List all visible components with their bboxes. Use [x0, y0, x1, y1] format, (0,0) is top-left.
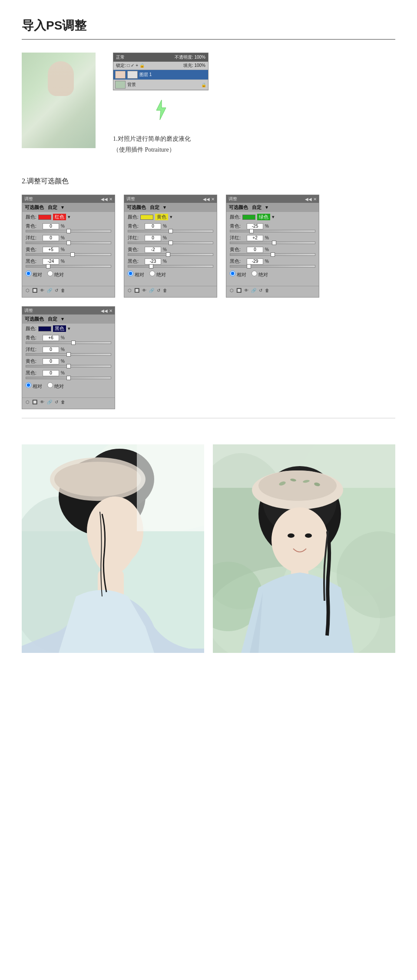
sc-red-cyan-track[interactable] — [26, 230, 111, 232]
layer1-thumb — [115, 71, 126, 79]
sc-panel-black-topbar: 调整 ◀◀ ✕ — [22, 307, 115, 315]
ps-fill-label: 填充: 100% — [183, 63, 205, 69]
svg-point-21 — [258, 470, 337, 501]
sc-panel-yellow-subtitle: 可选颜色 自定 ▾ — [124, 203, 217, 212]
sc-red-cyan-row: 青色: % — [22, 222, 115, 229]
sc-red-magenta-track[interactable] — [26, 242, 111, 244]
sc-panel-green: 调整 ◀◀ ✕ 可选颜色 自定 ▾ 颜色: 绿色 ▾ 青色: % 洋红: — [226, 195, 319, 298]
photo-after — [213, 444, 395, 653]
layer1-mask — [127, 71, 138, 79]
ps-layers-panel: 正常 不透明度: 100% 锁定: □ ✓ + 🔒 填充: 100% 图层 1 … — [113, 53, 208, 90]
sc-red-cyan-input[interactable] — [43, 223, 59, 229]
lightning-icon — [113, 99, 208, 122]
sc-yellow-magenta-input[interactable] — [145, 235, 161, 241]
sc-black-magenta-input[interactable] — [43, 347, 59, 353]
sc-panel-red-topbar: 调整 ◀◀ ✕ — [22, 195, 115, 203]
sc-panel-yellow-color-row: 颜色: 黄色 ▾ — [124, 212, 217, 222]
ps-opacity: 不透明度: 100% — [175, 54, 205, 60]
sc-panel-red-icons: ◀◀ ✕ — [101, 197, 113, 202]
sc-red-radio-row: 相对 绝对 — [22, 269, 115, 280]
step1-description: 1.对照片进行简单的磨皮液化 （使用插件 Potraiture） — [113, 133, 208, 155]
sc-yellow-cyan-input[interactable] — [145, 223, 161, 229]
sc-yellow-black-input[interactable] — [145, 258, 161, 265]
title-divider — [22, 39, 395, 40]
page-title: 导入PS调整 — [22, 17, 395, 34]
sc-red-cyan-thumb[interactable] — [66, 229, 71, 233]
sc-panel-green-topbar: 调整 ◀◀ ✕ — [226, 195, 319, 203]
bottom-photos — [22, 444, 395, 653]
svg-point-27 — [288, 533, 295, 538]
ps-lock-label: 锁定: □ ✓ + 🔒 — [116, 63, 145, 69]
sc-red-magenta-row: 洋红: % — [22, 234, 115, 241]
sc-red-absolute-radio[interactable] — [47, 271, 53, 276]
sc-panel-green-swatch — [242, 215, 255, 220]
sc-panel-black-subtitle: 可选颜色 自定 ▾ — [22, 315, 115, 324]
section1: 正常 不透明度: 100% 锁定: □ ✓ + 🔒 填充: 100% 图层 1 … — [22, 53, 395, 155]
sc-red-yellow-track[interactable] — [26, 253, 111, 256]
photo-after-svg — [213, 444, 395, 653]
sc-panel-red: 调整 ◀◀ ✕ 可选颜色 自定 ▾ 颜色: 红色 ▾ 青色: % — [22, 195, 115, 298]
sc-red-yellow-input[interactable] — [43, 247, 59, 253]
sc-red-black-thumb[interactable] — [46, 264, 50, 268]
layer2-lock: 🔒 — [201, 83, 206, 87]
sc-black-cyan-input[interactable] — [43, 335, 59, 341]
sc-red-yellow-thumb[interactable] — [70, 252, 75, 257]
sc-red-black-input[interactable] — [43, 258, 59, 265]
sc-green-cyan-input[interactable] — [247, 223, 263, 229]
sc-red-black-track[interactable] — [26, 265, 111, 268]
ps-layer1-row[interactable]: 图层 1 — [113, 70, 208, 80]
ps-lock-row: 锁定: □ ✓ + 🔒 填充: 100% — [113, 62, 208, 70]
photo-before — [22, 444, 204, 653]
sc-red-yellow-row: 黄色: % — [22, 245, 115, 253]
panels-row-bottom: 调整 ◀◀ ✕ 可选颜色 自定 ▾ 颜色: 黑色 ▾ 青色: % 洋红: — [22, 306, 395, 409]
sc-green-magenta-input[interactable] — [247, 235, 263, 241]
sc-panel-red-title: 调整 — [24, 196, 33, 202]
sc-panel-red-color-row: 颜色: 红色 ▾ — [22, 212, 115, 222]
sc-panel-yellow-topbar: 调整 ◀◀ ✕ — [124, 195, 217, 203]
sc-panel-black: 调整 ◀◀ ✕ 可选颜色 自定 ▾ 颜色: 黑色 ▾ 青色: % 洋红: — [22, 306, 115, 409]
svg-point-28 — [305, 533, 312, 538]
sc-black-black-input[interactable] — [43, 370, 59, 376]
step1-line1: 1.对照片进行简单的磨皮液化 — [113, 133, 208, 144]
step1-line2: （使用插件 Potraiture） — [113, 144, 208, 155]
sc-panel-green-color-row: 颜色: 绿色 ▾ — [226, 212, 319, 222]
bottom-section — [22, 418, 395, 653]
layer2-thumb — [115, 81, 126, 89]
sc-panel-green-subtitle: 可选颜色 自定 ▾ — [226, 203, 319, 212]
section1-right: 正常 不透明度: 100% 锁定: □ ✓ + 🔒 填充: 100% 图层 1 … — [113, 53, 208, 155]
sc-red-magenta-thumb[interactable] — [66, 241, 71, 245]
svg-point-7 — [54, 462, 141, 497]
layer2-name: 背景 — [127, 82, 136, 88]
sc-yellow-yellow-input[interactable] — [145, 247, 161, 253]
sc-panel-yellow: 调整 ◀◀ ✕ 可选颜色 自定 ▾ 颜色: 黄色 ▾ 青色: % 洋红: — [124, 195, 217, 298]
ps-layer2-row[interactable]: 背景 🔒 — [113, 80, 208, 90]
section2-title: 2.调整可选颜色 — [22, 177, 395, 186]
sc-black-yellow-input[interactable] — [43, 358, 59, 364]
sc-red-magenta-input[interactable] — [43, 235, 59, 241]
sc-red-relative-radio[interactable] — [26, 271, 31, 276]
page-container: 导入PS调整 正常 不透明度: 100% 锁定: □ ✓ + 🔒 填充: 100… — [0, 0, 417, 670]
ps-mode: 正常 — [116, 54, 125, 60]
photo-before-svg — [22, 444, 204, 653]
panels-row-top: 调整 ◀◀ ✕ 可选颜色 自定 ▾ 颜色: 红色 ▾ 青色: % — [22, 195, 395, 298]
sc-panel-black-color-row: 颜色: 黑色 ▾ — [22, 324, 115, 334]
svg-rect-10 — [137, 444, 204, 531]
sc-red-bottom-icons: ⬡🔲👁🔗↺🗑 — [22, 286, 115, 295]
sc-green-yellow-input[interactable] — [247, 247, 263, 253]
sc-red-black-row: 黑色: % — [22, 257, 115, 265]
sc-green-black-input[interactable] — [247, 258, 263, 265]
layer1-name: 图层 1 — [139, 72, 152, 78]
sc-panel-yellow-swatch — [140, 215, 153, 220]
ps-panel-header: 正常 不透明度: 100% — [113, 53, 208, 62]
sc-panel-red-swatch — [38, 215, 51, 220]
original-photo — [22, 53, 96, 148]
sc-panel-red-subtitle: 可选颜色 自定 ▾ — [22, 203, 115, 212]
svg-point-26 — [271, 507, 328, 573]
sc-panel-black-swatch — [38, 326, 51, 331]
